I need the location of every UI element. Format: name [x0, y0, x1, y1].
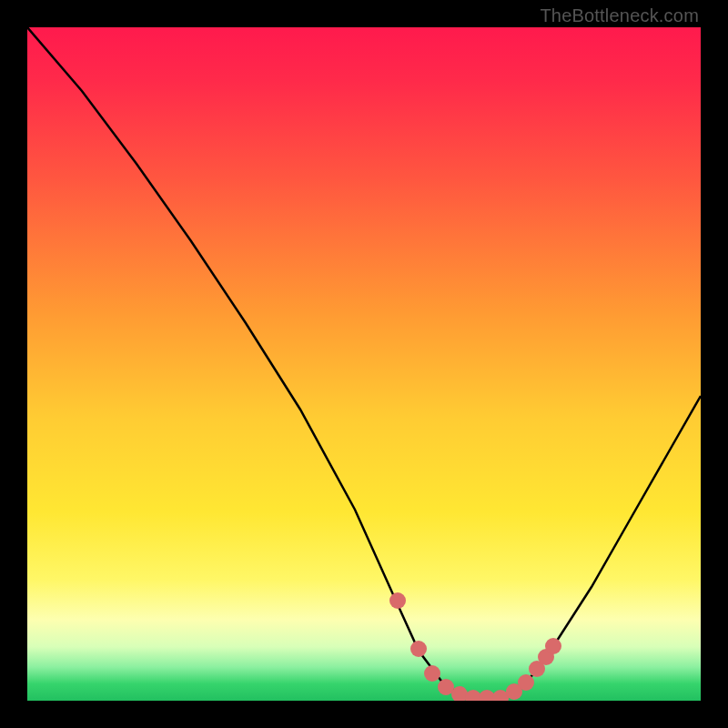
- chart-overlay: [27, 27, 701, 701]
- chart-marker: [410, 641, 427, 657]
- chart-marker: [518, 674, 534, 691]
- chart-plot-area: [27, 27, 701, 701]
- chart-marker: [424, 665, 440, 682]
- chart-markers-group: [389, 592, 561, 701]
- watermark-text: TheBottleneck.com: [540, 5, 699, 26]
- chart-curve: [27, 27, 701, 698]
- chart-marker: [545, 638, 561, 654]
- chart-marker: [389, 592, 406, 609]
